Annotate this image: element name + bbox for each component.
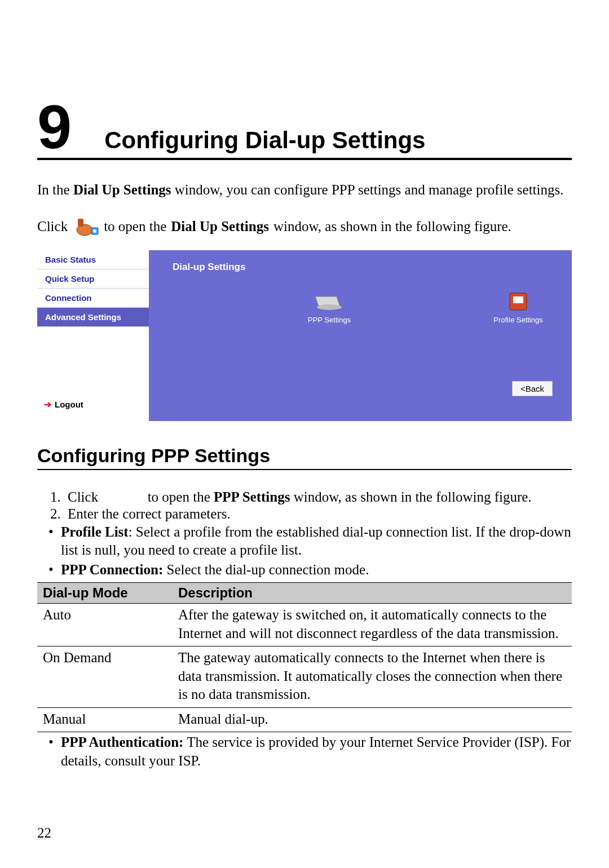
header-desc: Description xyxy=(173,583,572,604)
mode-cell: Manual xyxy=(37,707,173,732)
dialup-settings-icon xyxy=(72,213,99,240)
ppp-settings-label: PPP Settings xyxy=(284,316,374,324)
step1-post: window, as shown in the following figure… xyxy=(290,489,531,504)
svg-rect-1 xyxy=(78,219,83,227)
bullet3-bold: PPP Authentication: xyxy=(61,734,183,750)
table-row: Manual Manual dial-up. xyxy=(37,707,572,732)
step1-bold: PPP Settings xyxy=(214,489,290,504)
main-panel: Dial-up Settings PPP Settings Profile Se… xyxy=(149,250,572,421)
chapter-title: Configuring Dial-up Settings xyxy=(104,127,425,154)
settings-icons-row: PPP Settings Profile Settings xyxy=(149,278,572,324)
intro-paragraph: In the Dial Up Settings window, you can … xyxy=(37,180,572,200)
desc-cell: After the gateway is switched on, it aut… xyxy=(173,604,572,646)
profile-settings-label: Profile Settings xyxy=(487,316,549,324)
profile-settings-block[interactable]: Profile Settings xyxy=(487,291,549,324)
document-page: 9 Configuring Dial-up Settings In the Di… xyxy=(0,0,609,868)
bullet-list-bottom: PPP Authentication: The service is provi… xyxy=(37,733,572,770)
click-instruction: Click to open the Dial Up Settings windo… xyxy=(37,213,572,240)
ppp-settings-icon xyxy=(315,291,343,312)
click-bold: Dial Up Settings xyxy=(171,219,269,234)
svg-point-5 xyxy=(317,304,342,310)
bullet-ppp-connection: PPP Connection: Select the dial-up conne… xyxy=(48,561,572,579)
logout-link[interactable]: ➔ Logout xyxy=(37,395,149,414)
mode-cell: Auto xyxy=(37,604,173,646)
header-mode: Dial-up Mode xyxy=(37,583,173,604)
intro-bold: Dial Up Settings xyxy=(73,182,171,197)
bullet1-text: : Select a profile from the established … xyxy=(61,524,571,558)
desc-cell: Manual dial-up. xyxy=(173,707,572,732)
bullet1-bold: Profile List xyxy=(61,524,129,539)
svg-point-3 xyxy=(93,229,96,233)
click-pre: Click xyxy=(37,219,68,234)
bullet2-bold: PPP Connection: xyxy=(61,562,163,577)
sidebar-item-connection[interactable]: Connection xyxy=(37,289,149,308)
step-1: Click to open the PPP Settings window, a… xyxy=(64,489,572,505)
steps-list: Click to open the PPP Settings window, a… xyxy=(37,489,572,522)
bullet2-text: Select the dial-up connection mode. xyxy=(163,562,369,577)
bullet-list-top: Profile List: Select a profile from the … xyxy=(37,523,572,579)
section-heading: Configuring PPP Settings xyxy=(37,445,572,470)
chapter-number: 9 xyxy=(37,96,70,158)
click-post: window, as shown in the following figure… xyxy=(273,219,511,234)
svg-rect-7 xyxy=(513,296,523,303)
table-row: On Demand The gateway automatically conn… xyxy=(37,646,572,708)
bullet-ppp-auth: PPP Authentication: The service is provi… xyxy=(48,733,572,770)
intro-suffix: window, you can configure PPP settings a… xyxy=(171,182,564,197)
dialup-mode-table: Dial-up Mode Description Auto After the … xyxy=(37,582,572,732)
mode-cell: On Demand xyxy=(37,646,173,708)
click-mid: to open the xyxy=(104,219,166,234)
ppp-settings-block[interactable]: PPP Settings xyxy=(284,291,374,324)
sidebar-item-advanced-settings[interactable]: Advanced Settings xyxy=(37,308,149,327)
desc-cell: The gateway automatically connects to th… xyxy=(173,646,572,708)
sidebar-item-quick-setup[interactable]: Quick Setup xyxy=(37,269,149,289)
step1-pre: Click xyxy=(68,489,98,504)
bullet-profile-list: Profile List: Select a profile from the … xyxy=(48,523,572,560)
sidebar: Basic Status Quick Setup Connection Adva… xyxy=(37,250,149,421)
logout-label: Logout xyxy=(55,400,83,409)
back-button[interactable]: <Back xyxy=(512,381,553,396)
table-header-row: Dial-up Mode Description xyxy=(37,583,572,604)
chapter-heading: 9 Configuring Dial-up Settings xyxy=(37,96,572,160)
panel-title: Dial-up Settings xyxy=(149,250,572,278)
intro-prefix: In the xyxy=(37,182,73,197)
page-number: 22 xyxy=(37,825,51,841)
step-2: Enter the correct parameters. xyxy=(64,506,572,522)
sidebar-item-basic-status[interactable]: Basic Status xyxy=(37,250,149,269)
table-row: Auto After the gateway is switched on, i… xyxy=(37,604,572,646)
step1-mid: to open the xyxy=(148,489,214,504)
logout-arrow-icon: ➔ xyxy=(44,399,51,410)
sidebar-spacer xyxy=(37,327,149,395)
profile-settings-icon xyxy=(504,291,532,312)
dialup-settings-window: Basic Status Quick Setup Connection Adva… xyxy=(37,250,572,421)
